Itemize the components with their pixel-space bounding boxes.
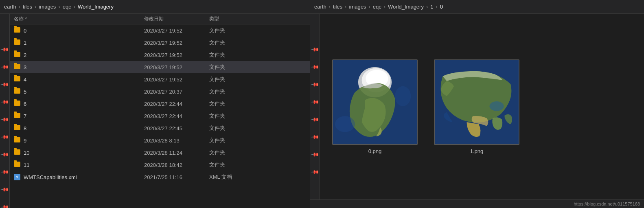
file-icon-3	[14, 64, 22, 70]
pin-icon-8[interactable]: 📌	[0, 168, 9, 177]
r-breadcrumb-images[interactable]: images	[349, 4, 366, 10]
r-breadcrumb-earth[interactable]: earth	[314, 4, 326, 10]
file-row-1[interactable]: 1 2020/3/27 19:52 文件夹	[10, 37, 310, 49]
file-row-6[interactable]: 6 2020/3/27 22:44 文件夹	[10, 98, 310, 110]
r-pin-icon-8[interactable]: 📌	[311, 168, 320, 177]
file-row-4[interactable]: 4 2020/3/27 19:52 文件夹	[10, 73, 310, 85]
file-row-3[interactable]: 3 2020/3/27 19:52 文件夹	[10, 61, 310, 73]
folder-icon	[14, 137, 20, 142]
file-type-4: 文件夹	[209, 76, 306, 83]
file-date-4: 2020/3/27 19:52	[144, 77, 209, 83]
file-date-1: 2020/3/27 19:52	[144, 40, 209, 46]
map-svg-1	[435, 60, 519, 144]
breadcrumb-tiles[interactable]: tiles	[23, 4, 32, 10]
file-row-7[interactable]: 7 2020/3/27 22:44 文件夹	[10, 110, 310, 122]
r-breadcrumb-tiles[interactable]: tiles	[333, 4, 342, 10]
r-breadcrumb-1[interactable]: 1	[430, 4, 433, 10]
pin-icon-10[interactable]: 📌	[0, 203, 9, 208]
file-row-8[interactable]: 8 2020/3/27 22:45 文件夹	[10, 122, 310, 134]
file-type-8: 文件夹	[209, 125, 306, 132]
svg-point-7	[489, 101, 504, 111]
file-name-4: 4	[22, 77, 144, 83]
file-icon-10	[14, 149, 22, 156]
file-type-0: 文件夹	[209, 27, 306, 34]
left-breadcrumb: earth › tiles › images › eqc › World_Ima…	[0, 0, 310, 14]
pin-icon-4[interactable]: 📌	[0, 98, 9, 107]
r-breadcrumb-world-imagery[interactable]: World_Imagery	[388, 4, 424, 10]
r-pin-icon-6[interactable]: 📌	[311, 133, 320, 142]
map-svg-0	[333, 60, 417, 144]
folder-icon	[14, 162, 20, 167]
file-date-3: 2020/3/27 19:52	[144, 64, 209, 70]
file-date-WMTSCapabilities.xml: 2021/7/25 11:16	[144, 174, 209, 180]
r-pin-icon-4[interactable]: 📌	[311, 98, 320, 107]
folder-icon	[14, 52, 20, 57]
file-name-11: 11	[22, 162, 144, 168]
image-thumb-0[interactable]	[332, 59, 418, 145]
folder-icon	[14, 125, 20, 130]
right-breadcrumb: earth › tiles › images › eqc › World_Ima…	[310, 0, 644, 14]
file-name-7: 7	[22, 113, 144, 119]
r-pin-icon-7[interactable]: 📌	[311, 150, 320, 159]
r-pin-icon-5[interactable]: 📌	[311, 115, 320, 124]
file-date-5: 2020/3/27 20:37	[144, 89, 209, 95]
file-type-10: 文件夹	[209, 149, 306, 156]
file-date-11: 2020/3/28 18:42	[144, 162, 209, 168]
pin-icon-5[interactable]: 📌	[0, 115, 9, 124]
pin-icon-1[interactable]: 📌	[0, 45, 9, 54]
breadcrumb-world-imagery[interactable]: World_Imagery	[78, 4, 114, 10]
image-thumb-1[interactable]	[434, 59, 519, 145]
left-panel: earth › tiles › images › eqc › World_Ima…	[0, 0, 310, 208]
col-name-header[interactable]: 名称 ^	[14, 15, 144, 22]
file-row-10[interactable]: 10 2020/3/28 11:24 文件夹	[10, 147, 310, 159]
image-item-0: 0.png	[332, 59, 418, 154]
file-row-0[interactable]: 0 2020/3/27 19:52 文件夹	[10, 24, 310, 37]
folder-icon	[14, 101, 20, 106]
folder-icon	[14, 113, 20, 118]
sort-arrow: ^	[25, 17, 27, 21]
r-pin-icon-3[interactable]: 📌	[311, 80, 320, 89]
file-type-7: 文件夹	[209, 112, 306, 120]
r-pin-icon-2[interactable]: 📌	[311, 63, 320, 72]
pin-icon-9[interactable]: 📌	[0, 185, 9, 194]
file-date-6: 2020/3/27 22:44	[144, 101, 209, 107]
pin-icon-6[interactable]: 📌	[0, 133, 9, 142]
file-row-11[interactable]: 11 2020/3/28 18:42 文件夹	[10, 159, 310, 171]
file-icon-11	[14, 162, 22, 168]
svg-point-4	[335, 116, 355, 132]
file-date-7: 2020/3/27 22:44	[144, 113, 209, 119]
image-item-1: 1.png	[434, 59, 519, 154]
file-name-9: 9	[22, 138, 144, 144]
breadcrumb-images[interactable]: images	[39, 4, 56, 10]
file-type-WMTSCapabilities.xml: XML 文档	[209, 173, 306, 181]
file-name-10: 10	[22, 150, 144, 156]
file-date-10: 2020/3/28 11:24	[144, 150, 209, 156]
file-name-1: 1	[22, 40, 144, 46]
file-row-9[interactable]: 9 2020/3/28 8:13 文件夹	[10, 134, 310, 147]
pin-icon-7[interactable]: 📌	[0, 150, 9, 159]
file-name-2: 2	[22, 52, 144, 58]
pin-icon-3[interactable]: 📌	[0, 80, 9, 89]
col-type-header[interactable]: 类型	[209, 15, 306, 22]
file-row-2[interactable]: 2 2020/3/27 19:52 文件夹	[10, 49, 310, 61]
image-label-0: 0.png	[368, 148, 382, 154]
r-breadcrumb-0[interactable]: 0	[440, 4, 443, 10]
file-row-WMTSCapabilities.xml[interactable]: X WMTSCapabilities.xml 2021/7/25 11:16 X…	[10, 171, 310, 183]
r-pin-icon-1[interactable]: 📌	[311, 45, 320, 54]
file-name-5: 5	[22, 89, 144, 95]
file-name-8: 8	[22, 125, 144, 131]
col-date-header[interactable]: 修改日期	[144, 15, 209, 22]
breadcrumb-eqc[interactable]: eqc	[63, 4, 71, 10]
file-type-1: 文件夹	[209, 39, 306, 46]
svg-point-5	[395, 86, 411, 106]
file-icon-2	[14, 52, 22, 58]
file-name-3: 3	[22, 64, 144, 70]
column-headers: 名称 ^ 修改日期 类型	[10, 14, 310, 24]
right-content-area: 📌 📌 📌 📌 📌 📌 📌 📌	[310, 14, 644, 199]
r-breadcrumb-eqc[interactable]: eqc	[373, 4, 381, 10]
left-sidebar: 📌 📌 📌 📌 📌 📌 📌 📌 📌 📌 📌 📌 📌	[0, 14, 10, 208]
file-row-5[interactable]: 5 2020/3/27 20:37 文件夹	[10, 85, 310, 98]
pin-icon-2[interactable]: 📌	[0, 63, 9, 72]
breadcrumb-earth[interactable]: earth	[4, 4, 16, 10]
folder-icon	[14, 39, 20, 45]
